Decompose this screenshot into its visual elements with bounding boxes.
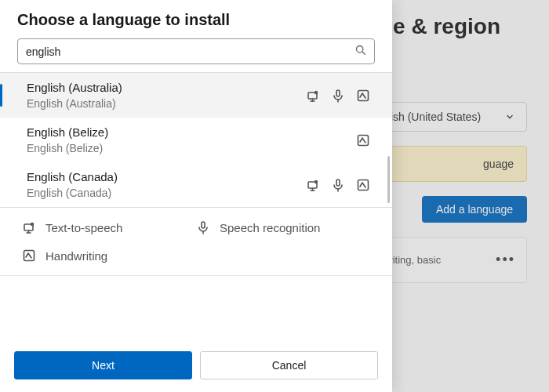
language-name: English (Belize)	[27, 125, 108, 139]
handwriting-icon	[22, 249, 36, 263]
mic-icon	[331, 89, 345, 103]
language-row[interactable]: English (Australia)English (Australia)	[0, 73, 392, 118]
cancel-button[interactable]: Cancel	[200, 351, 378, 379]
feature-icons	[306, 178, 370, 192]
feature-icons	[306, 89, 370, 103]
tts-icon	[306, 89, 320, 103]
feature-icons	[356, 133, 370, 147]
mic-icon	[331, 178, 345, 192]
language-name: English (Australia)	[27, 81, 122, 94]
language-name: English (Canada)	[27, 170, 118, 183]
language-row[interactable]: English (Belize)English (Belize)	[0, 118, 392, 162]
legend-tts-label: Text-to-speech	[45, 221, 122, 234]
install-language-dialog: Choose a language to install English (Au…	[0, 0, 392, 392]
language-row[interactable]: English (Canada)English (Canada)	[0, 162, 392, 207]
dialog-footer: Next Cancel	[0, 342, 392, 392]
legend-speech-label: Speech recognition	[220, 221, 320, 234]
language-native: English (Canada)	[27, 187, 118, 199]
tts-icon	[306, 178, 320, 192]
language-native: English (Belize)	[27, 142, 108, 154]
legend-tts: Text-to-speech	[22, 220, 196, 234]
language-native: English (Australia)	[27, 97, 122, 110]
feature-legend: Text-to-speech Speech recognition Handwr…	[0, 208, 392, 276]
next-button[interactable]: Next	[14, 351, 192, 379]
tts-icon	[22, 220, 36, 234]
legend-speech: Speech recognition	[196, 220, 370, 234]
legend-hand-label: Handwriting	[45, 249, 107, 263]
language-results-list: English (Australia)English (Australia)En…	[0, 72, 392, 208]
handwriting-icon	[356, 133, 370, 147]
search-icon	[354, 44, 366, 59]
mic-icon	[196, 220, 210, 234]
dialog-title: Choose a language to install	[0, 0, 392, 38]
search-field[interactable]	[26, 45, 354, 58]
handwriting-icon	[356, 178, 370, 192]
language-search-input[interactable]	[17, 38, 375, 64]
legend-handwriting: Handwriting	[22, 249, 196, 263]
handwriting-icon	[356, 89, 370, 103]
